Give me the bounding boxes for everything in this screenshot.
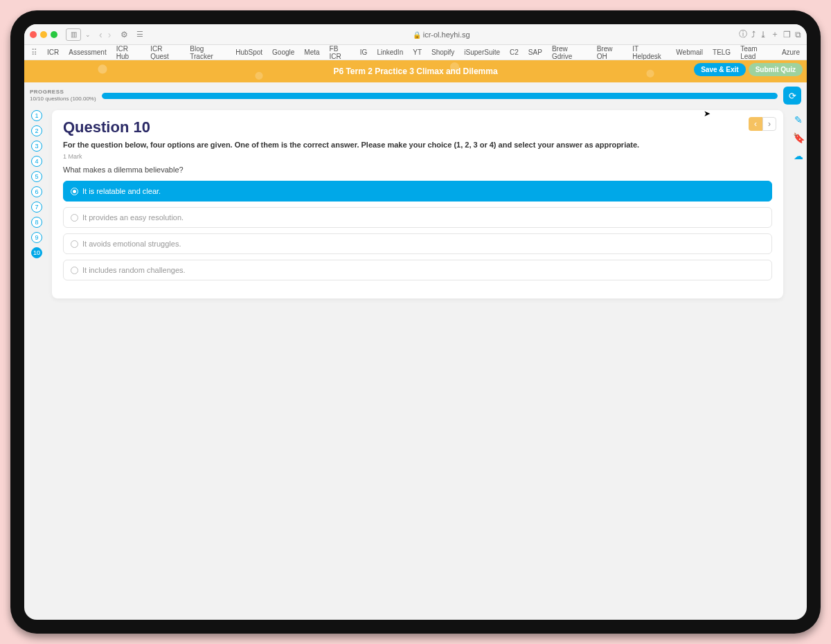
bookmark-item[interactable]: Azure [782, 48, 800, 56]
bookmark-item[interactable]: Google [272, 48, 294, 56]
question-card: ‹ › Question 10 For the question below, … [52, 110, 783, 298]
bookmark-item[interactable]: Brew Gdrive [552, 45, 587, 60]
answer-option-label: It is relatable and clear. [82, 187, 161, 195]
question-nav-10[interactable]: 10 [31, 247, 42, 258]
window-controls [30, 31, 57, 38]
answer-option-label: It includes random challenges. [82, 266, 186, 274]
bookmark-item[interactable]: IT Helpdesk [632, 45, 666, 60]
bookmark-item[interactable]: iSuperSuite [464, 48, 500, 56]
bookmark-item[interactable]: Brew OH [597, 45, 623, 60]
bookmark-tool-icon[interactable]: 🔖 [793, 132, 805, 143]
radio-icon [71, 240, 78, 248]
radio-icon [71, 267, 78, 274]
reader-icon[interactable]: ⓘ [739, 28, 747, 40]
question-nav: 1 2 3 4 5 6 7 8 9 10 [27, 107, 42, 617]
timer-icon[interactable]: ⟳ [783, 87, 801, 105]
minimize-window-icon[interactable] [40, 31, 47, 38]
question-marks: 1 Mark [63, 153, 772, 160]
new-tab-icon[interactable]: ＋ [771, 28, 779, 40]
next-question-button[interactable]: › [762, 117, 776, 131]
bookmark-item[interactable]: HubSpot [235, 48, 262, 56]
answer-option-4[interactable]: It includes random challenges. [63, 260, 772, 280]
lock-icon: 🔒 [413, 31, 421, 39]
screen: ▥ ⌄ ‹ › ⚙ ☰ 🔒icr-ol.heyhi.sg ⓘ ⤴ ⤓ ＋ ❐ ⧉… [24, 24, 807, 620]
bookmarks-bar: ⠿ ICR Assessment ICR Hub ICR Quest Blog … [24, 45, 807, 60]
question-nav-7[interactable]: 7 [31, 202, 42, 213]
dropdown-icon[interactable]: ⌄ [85, 31, 91, 38]
bookmark-item[interactable]: TELG [713, 48, 731, 56]
progress-label: PROGRESS [30, 89, 96, 96]
fullscreen-window-icon[interactable] [51, 31, 57, 38]
bookmark-item[interactable]: Team Lead [740, 45, 772, 60]
quiz-title: P6 Term 2 Practice 3 Climax and Dilemma [333, 66, 497, 76]
question-nav-6[interactable]: 6 [31, 186, 42, 197]
prev-question-button[interactable]: ‹ [749, 117, 762, 131]
question-nav-5[interactable]: 5 [31, 171, 42, 182]
progress-bar [102, 93, 778, 99]
browser-toolbar: ▥ ⌄ ‹ › ⚙ ☰ 🔒icr-ol.heyhi.sg ⓘ ⤴ ⤓ ＋ ❐ ⧉ [24, 24, 807, 45]
bookmark-item[interactable]: FB ICR [330, 45, 350, 60]
answer-option-2[interactable]: It provides an easy resolution. [63, 207, 772, 228]
question-nav-1[interactable]: 1 [31, 110, 42, 121]
bookmark-item[interactable]: YT [413, 48, 422, 56]
question-nav-9[interactable]: 9 [31, 232, 42, 243]
progress-area: PROGRESS 10/10 questions (100.00%) ⟳ [24, 82, 807, 107]
url-host: icr-ol.heyhi.sg [423, 30, 470, 39]
question-nav-4[interactable]: 4 [31, 156, 42, 167]
flag-tool-icon[interactable]: ☁ [794, 150, 803, 161]
question-title: Question 10 [63, 118, 150, 136]
progress-fill [102, 93, 778, 99]
bookmark-item[interactable]: ICR [47, 48, 59, 56]
download-icon[interactable]: ⤓ [760, 30, 767, 39]
question-instruction: For the question below, four options are… [63, 141, 772, 149]
bookmark-item[interactable]: C2 [510, 48, 519, 56]
question-prompt: What makes a dilemma believable? [63, 166, 772, 174]
question-nav-2[interactable]: 2 [31, 125, 42, 136]
bookmark-item[interactable]: IG [360, 48, 368, 56]
page-settings-icon[interactable]: ⚙ [120, 30, 128, 39]
question-nav-3[interactable]: 3 [31, 141, 42, 152]
edit-tool-icon[interactable]: ✎ [794, 114, 803, 125]
address-bar[interactable]: 🔒icr-ol.heyhi.sg [148, 30, 735, 39]
back-icon[interactable]: ‹ [98, 29, 104, 40]
extensions-icon[interactable]: ☰ [136, 30, 143, 39]
progress-text: 10/10 questions (100.00%) [30, 96, 96, 102]
bookmark-item[interactable]: Meta [304, 48, 319, 56]
radio-icon [71, 188, 78, 195]
apps-grid-icon[interactable]: ⠿ [31, 48, 37, 57]
save-exit-button[interactable]: Save & Exit [694, 63, 745, 76]
answer-option-1[interactable]: It is relatable and clear. [63, 181, 772, 202]
bookmark-item[interactable]: SAP [528, 48, 542, 56]
bookmark-item[interactable]: ICR Quest [150, 45, 180, 60]
tabs-icon[interactable]: ❐ [783, 30, 791, 39]
tablet-frame: ▥ ⌄ ‹ › ⚙ ☰ 🔒icr-ol.heyhi.sg ⓘ ⤴ ⤓ ＋ ❐ ⧉… [10, 10, 821, 634]
sidebar-toggle-icon[interactable]: ▥ [66, 28, 81, 41]
tabs-overview-icon[interactable]: ⧉ [795, 30, 801, 39]
bookmark-item[interactable]: ICR Hub [116, 45, 141, 60]
bookmark-item[interactable]: Shopify [431, 48, 454, 56]
bookmark-item[interactable]: Assessment [69, 48, 106, 56]
submit-quiz-button[interactable]: Submit Quiz [749, 63, 803, 76]
question-nav-8[interactable]: 8 [31, 217, 42, 228]
answer-option-label: It avoids emotional struggles. [82, 240, 181, 248]
app-header: P6 Term 2 Practice 3 Climax and Dilemma … [24, 60, 807, 82]
mouse-cursor-icon: ➤ [704, 109, 711, 118]
radio-icon [71, 214, 78, 222]
bookmark-item[interactable]: Blog Tracker [190, 45, 226, 60]
answer-option-label: It provides an easy resolution. [82, 213, 184, 222]
tools-rail: ✎ 🔖 ☁ [790, 107, 807, 617]
answer-option-3[interactable]: It avoids emotional struggles. [63, 233, 772, 254]
forward-icon[interactable]: › [107, 29, 113, 40]
close-window-icon[interactable] [30, 31, 37, 38]
bookmark-item[interactable]: LinkedIn [377, 48, 403, 56]
share-icon[interactable]: ⤴ [751, 30, 756, 39]
bookmark-item[interactable]: Webmail [676, 48, 703, 56]
